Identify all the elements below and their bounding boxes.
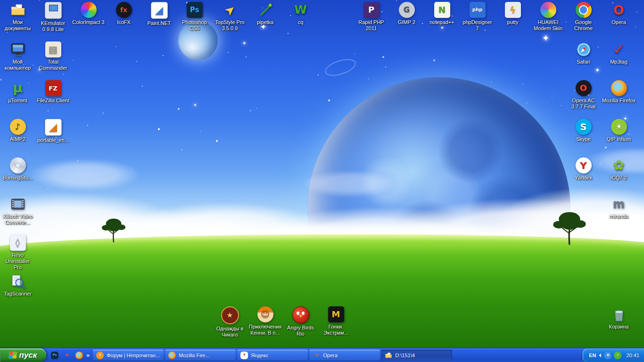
desktop-icon-my-computer[interactable]: Мой компьютер xyxy=(0,41,35,71)
desktop-icon-opera-ac[interactable]: OOpera AC 3.7.7 Final xyxy=(566,80,601,110)
desktop-icon-qip-infium[interactable]: ☀QIP Infium xyxy=(601,119,636,142)
desktop-icon-skype[interactable]: SSkype xyxy=(566,119,601,142)
odnazhdy-v-chikago-icon: ★ xyxy=(221,306,239,324)
hide-icons-chevron-icon[interactable] xyxy=(599,354,601,357)
desktop-icon-label: notepad++ xyxy=(425,19,459,25)
mozilla-firefox-icon xyxy=(611,80,627,96)
desktop-icon-colorimpact-3[interactable]: ColorImpact 3 xyxy=(71,2,106,25)
desktop-icon-phpdesigner-7[interactable]: phpphpDesigner 7 xyxy=(460,2,495,32)
desktop-icon-mp3tag[interactable]: ✓Mp3tag xyxy=(601,41,636,65)
desktop-icon-portable-im[interactable]: ◢portable_im... xyxy=(35,119,71,143)
quicklaunch-firefox[interactable] xyxy=(74,350,84,361)
desktop-icon-pipetka[interactable]: pipetka xyxy=(248,2,283,25)
cq-icon: W xyxy=(293,2,309,18)
desktop-icon-yandex[interactable]: YYandex xyxy=(566,157,601,181)
icq-7-2-icon: ✿ xyxy=(611,157,627,173)
desktop-icon-label: Photoshop CS5 xyxy=(178,19,211,32)
desktop-icon-xilisoft-video-converter[interactable]: Xilisoft Video Converte... xyxy=(0,196,35,226)
desktop-icon-label: Total Commander xyxy=(36,59,70,71)
desktop-icon-label: Rapid PHP 2011 xyxy=(355,19,388,32)
desktop-icon-revo-uninstaller-pro[interactable]: ◊Revo Uninstaller Pro xyxy=(0,235,35,271)
desktop-icon-label: Mp3tag xyxy=(602,59,636,65)
paint-net-icon: ◢ xyxy=(151,2,168,19)
taskbutton-folder[interactable]: D:\151\4 xyxy=(381,350,452,361)
desktop-icon-label: Safari xyxy=(567,59,600,65)
quicklaunch-photoshop-icon: Ps xyxy=(51,352,58,359)
desktop-icon-burning-studio[interactable]: BurningStu... xyxy=(0,157,35,181)
desktop-icon-aimp2[interactable]: ♪AIMP2 xyxy=(0,119,35,142)
portable-im-icon: ◢ xyxy=(45,119,62,136)
desktop-icon-label: Приключения Кенни. В п... xyxy=(248,324,282,336)
desktop-icon-label: TagScanner xyxy=(1,291,34,297)
desktop-icon-angry-birds-rio[interactable]: Angry Birds Rio xyxy=(283,306,318,337)
desktop-icon-label: Paint.NET xyxy=(142,20,176,26)
my-documents-icon xyxy=(10,2,26,18)
desktop-icon-label: Mozilla Firefox xyxy=(602,98,636,104)
desktop-icon-label: KEmulator 0.9.8 Lite xyxy=(36,20,70,33)
desktop-icon-label: HUAWEI Modem Skin xyxy=(531,19,565,32)
tray-network[interactable]: ▣ xyxy=(604,352,611,359)
huawei-modem-skin-icon xyxy=(540,2,556,18)
desktop-icon-rapid-php-2011[interactable]: PRapid PHP 2011 xyxy=(354,2,389,32)
gonki-ekstrim-icon: M xyxy=(328,306,344,322)
desktop-icon-gimp-2[interactable]: GGIMP 2 xyxy=(389,2,424,25)
taskbutton-yandex[interactable]: YЯндекс xyxy=(237,350,308,361)
desktop-icon-paint-net[interactable]: ◢Paint.NET xyxy=(141,2,177,26)
desktop-icon-icofx[interactable]: fxIcoFX xyxy=(106,2,141,25)
tray-antivirus[interactable]: ✓ xyxy=(614,352,621,359)
desktop-icon-label: Yandex xyxy=(567,175,600,181)
quicklaunch-opera[interactable]: O xyxy=(62,350,72,361)
desktop-icons-layer: Мои документыKEmulator 0.9.8 LiteColorIm… xyxy=(0,0,644,348)
tray-antivirus-icon: ✓ xyxy=(614,352,621,359)
desktop-icon-topstyle-pro[interactable]: ➤TopStyle Pro 3.5.0.9 xyxy=(212,2,248,32)
quicklaunch-overflow-chevron[interactable]: » xyxy=(86,352,92,359)
desktop-icon-filezilla-client[interactable]: FZFileZilla Client xyxy=(35,80,71,104)
desktop-icon-photoshop-cs5[interactable]: PsPhotoshop CS5 xyxy=(177,2,212,32)
desktop-icon-gonki-ekstrim[interactable]: MГонки. Экстрим... xyxy=(318,306,354,336)
desktop-icon-label: Revo Uninstaller Pro xyxy=(1,252,34,271)
desktop-icon-label: Корзина xyxy=(602,324,636,330)
desktop-icon-safari[interactable]: Safari xyxy=(566,41,601,65)
taskbutton-firefox[interactable]: Mozilla Fire... xyxy=(165,350,236,361)
desktop-icon-label: ColorImpact 3 xyxy=(72,19,105,25)
desktop-icon-kemulator[interactable]: KEmulator 0.9.8 Lite xyxy=(35,2,71,33)
clock[interactable]: 20:41 xyxy=(626,353,639,358)
desktop-icon-label: Гонки. Экстрим... xyxy=(319,324,353,336)
desktop-icon-recycle-bin[interactable]: Корзина xyxy=(601,306,636,330)
desktop-icon-notepad-plus-plus[interactable]: Nnotepad++ xyxy=(424,2,460,25)
desktop-icon-my-documents[interactable]: Мои документы xyxy=(0,2,35,32)
desktop-icon-putty[interactable]: ϟputty xyxy=(495,2,530,25)
desktop-icon-label: ICQ7.2 xyxy=(602,175,636,181)
start-button[interactable]: пуск xyxy=(0,348,46,362)
desktop-icon-mozilla-firefox[interactable]: Mozilla Firefox xyxy=(601,80,636,104)
putty-icon: ϟ xyxy=(505,2,521,18)
language-indicator[interactable]: EN xyxy=(589,353,596,358)
desktop-icon-cq[interactable]: Wcq xyxy=(283,2,318,25)
tray-icons: ▣✓ xyxy=(604,352,621,359)
desktop-icon-label: pipetka xyxy=(248,19,282,25)
tagscanner-icon xyxy=(10,273,26,289)
desktop-icon-huawei-modem-skin[interactable]: HUAWEI Modem Skin xyxy=(530,2,566,32)
desktop-icon-label: Skype xyxy=(567,136,600,142)
taskbutton-forum[interactable]: ✦Форум | Непрочитан... xyxy=(93,350,164,361)
taskbutton-forum-icon: ✦ xyxy=(96,352,104,359)
desktop-icon-opera[interactable]: OOpera xyxy=(601,2,636,25)
mp3tag-icon: ✓ xyxy=(611,41,627,58)
phpdesigner-7-icon: php xyxy=(470,2,486,18)
total-commander-icon: ▤ xyxy=(45,41,61,58)
desktop-icon-priklyucheniya-kenni[interactable]: ☺Приключения Кенни. В п... xyxy=(248,306,283,336)
quicklaunch-photoshop[interactable]: Ps xyxy=(50,350,59,361)
taskbutton-opera[interactable]: OOpera xyxy=(309,350,380,361)
desktop-icon-total-commander[interactable]: ▤Total Commander xyxy=(35,41,71,71)
desktop-icon-odnazhdy-v-chikago[interactable]: ★Однажды в Чикаго xyxy=(212,306,248,338)
desktop-icon-utorrent[interactable]: µµTorrent xyxy=(0,80,35,104)
desktop-icon-label: Opera xyxy=(602,19,636,25)
desktop-icon-tagscanner[interactable]: TagScanner xyxy=(0,273,35,297)
desktop-icon-miranda[interactable]: mmiranda xyxy=(601,196,636,220)
desktop-icon-label: Google Chrome xyxy=(567,19,600,32)
task-button-label: Форум | Непрочитан... xyxy=(107,353,160,358)
desktop-icon-icq-7-2[interactable]: ✿ICQ7.2 xyxy=(601,157,636,181)
angry-birds-rio-icon xyxy=(292,306,309,323)
yandex-icon: Y xyxy=(576,157,592,173)
desktop-icon-google-chrome[interactable]: Google Chrome xyxy=(566,2,601,32)
